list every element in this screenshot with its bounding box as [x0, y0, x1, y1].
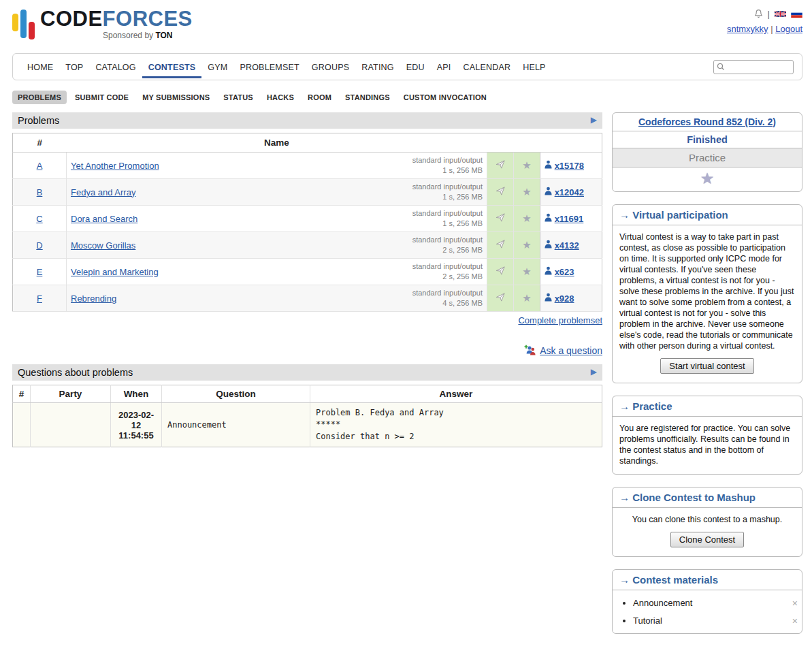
- tab-submit-code[interactable]: SUBMIT CODE: [69, 91, 134, 104]
- search-input[interactable]: [727, 61, 787, 72]
- username-link[interactable]: sntmxykky: [727, 24, 768, 34]
- table-row: 2023-02-12 11:54:55 Announcement Problem…: [13, 403, 602, 447]
- favorite-star-icon[interactable]: ★: [522, 292, 531, 304]
- tab-hacks[interactable]: HACKS: [261, 91, 299, 104]
- section-title: Questions about problems: [18, 367, 133, 378]
- bell-icon[interactable]: [754, 9, 763, 18]
- problems-section-header: Problems ▶: [12, 112, 602, 129]
- solved-count-link[interactable]: x15178: [555, 161, 584, 171]
- english-flag-icon[interactable]: [775, 10, 786, 18]
- close-icon[interactable]: ×: [792, 616, 798, 626]
- logout-link[interactable]: Logout: [775, 24, 802, 34]
- nav-item-api[interactable]: API: [431, 55, 457, 78]
- nav-item-groups[interactable]: GROUPS: [306, 55, 355, 78]
- favorite-star-icon[interactable]: ★: [522, 239, 531, 251]
- tab-custom-invocation[interactable]: CUSTOM INVOCATION: [398, 91, 492, 104]
- contest-materials-box: → Contest materials Announcement × Tutor…: [612, 569, 802, 634]
- solved-person-icon: [545, 240, 552, 251]
- problem-letter-link[interactable]: A: [37, 161, 43, 171]
- submit-plane-icon[interactable]: [495, 239, 506, 249]
- contest-status-label: Finished: [613, 131, 802, 148]
- sidebar-caption: → Virtual participation: [613, 205, 802, 225]
- problem-name-link[interactable]: Dora and Search: [71, 214, 137, 224]
- problem-name-link[interactable]: Moscow Gorillas: [71, 240, 135, 251]
- column-header: Party: [31, 385, 111, 403]
- table-row: E Velepin and Marketingstandard input/ou…: [13, 259, 602, 285]
- problems-table: # Name A Yet Another Promotionstandard i…: [12, 133, 602, 312]
- russian-flag-icon[interactable]: [791, 10, 802, 18]
- favorite-star-icon[interactable]: ★: [522, 186, 531, 197]
- question-index: [13, 403, 31, 447]
- main-navigation: HOME TOP CATALOG CONTESTS GYM PROBLEMSET…: [12, 53, 802, 80]
- solved-person-icon: [545, 293, 552, 304]
- favorite-star-icon[interactable]: ★: [522, 212, 531, 224]
- submit-plane-icon[interactable]: [495, 212, 506, 223]
- tab-room[interactable]: ROOM: [302, 91, 337, 104]
- tab-standings[interactable]: STANDINGS: [340, 91, 395, 104]
- problem-name-link[interactable]: Fedya and Array: [71, 187, 135, 197]
- problem-name-link[interactable]: Rebrending: [71, 293, 116, 304]
- submit-plane-icon[interactable]: [495, 159, 506, 170]
- nav-item-calendar[interactable]: CALENDAR: [457, 55, 517, 78]
- header-separator: |: [768, 9, 770, 19]
- nav-item-top[interactable]: TOP: [59, 55, 89, 78]
- favorite-star-icon[interactable]: ★: [522, 266, 531, 277]
- clone-contest-text: You can clone this contest to a mashup.: [632, 515, 783, 524]
- nav-item-rating[interactable]: RATING: [355, 55, 400, 78]
- nav-item-catalog[interactable]: CATALOG: [89, 55, 142, 78]
- contest-title-link[interactable]: Codeforces Round 852 (Div. 2): [638, 116, 776, 127]
- favorite-star-icon[interactable]: ★: [700, 170, 715, 187]
- solved-count-link[interactable]: x928: [555, 293, 574, 304]
- tab-status[interactable]: STATUS: [218, 91, 259, 104]
- logo-text: CODEFORCES: [40, 8, 193, 29]
- nav-item-home[interactable]: HOME: [21, 55, 59, 78]
- virtual-participation-text: Virtual contest is a way to take part in…: [619, 232, 794, 351]
- problem-letter-link[interactable]: D: [36, 240, 42, 251]
- codeforces-logo[interactable]: CODEFORCES Sponsored by TON: [12, 5, 193, 39]
- submit-plane-icon[interactable]: [495, 186, 506, 196]
- nav-item-contests[interactable]: CONTESTS: [142, 55, 202, 78]
- ask-question-link[interactable]: Ask a question: [540, 345, 602, 356]
- problem-io-limits: standard input/output4 s, 256 MB: [412, 288, 483, 308]
- problem-letter-link[interactable]: B: [37, 187, 43, 197]
- practice-box: → Practice You are registered for practi…: [612, 396, 802, 475]
- solved-count-link[interactable]: x11691: [555, 214, 584, 224]
- complete-problemset-link[interactable]: Complete problemset: [518, 315, 602, 325]
- submit-plane-icon[interactable]: [495, 266, 506, 276]
- tab-my-submissions[interactable]: MY SUBMISSIONS: [137, 91, 215, 104]
- material-link-announcement[interactable]: Announcement: [633, 598, 692, 608]
- column-header: Question: [162, 385, 310, 403]
- contest-mode-label: Practice: [613, 148, 802, 167]
- nav-item-help[interactable]: HELP: [517, 55, 551, 78]
- tab-problems[interactable]: PROBLEMS: [12, 91, 67, 104]
- sponsored-by-ton: Sponsored by TON: [103, 31, 193, 39]
- column-header-index: #: [13, 133, 67, 153]
- close-icon[interactable]: ×: [792, 598, 798, 608]
- question-party: [31, 403, 111, 447]
- problem-letter-link[interactable]: E: [37, 267, 43, 277]
- clone-contest-button[interactable]: Clone Contest: [670, 532, 744, 547]
- start-virtual-contest-button[interactable]: Start virtual contest: [660, 358, 753, 374]
- search-icon: [717, 63, 725, 71]
- material-link-tutorial[interactable]: Tutorial: [633, 616, 662, 626]
- problem-name-link[interactable]: Velepin and Marketing: [71, 267, 159, 277]
- favorite-star-icon[interactable]: ★: [522, 159, 531, 171]
- solved-count-link[interactable]: x623: [555, 267, 574, 277]
- nav-item-problemset[interactable]: PROBLEMSET: [233, 55, 305, 78]
- collapse-triangle-icon[interactable]: ▶: [591, 367, 597, 377]
- clone-contest-box: → Clone Contest to Mashup You can clone …: [612, 487, 802, 557]
- problem-letter-link[interactable]: F: [37, 293, 42, 304]
- contest-sub-navigation: PROBLEMS SUBMIT CODE MY SUBMISSIONS STAT…: [12, 91, 802, 104]
- table-row: D Moscow Gorillasstandard input/output2 …: [13, 232, 602, 259]
- question-text: Announcement: [162, 403, 310, 447]
- problem-letter-link[interactable]: C: [36, 214, 42, 224]
- nav-item-edu[interactable]: EDU: [400, 55, 431, 78]
- ask-question-icon: [524, 345, 536, 356]
- column-header-name: Name: [67, 133, 487, 153]
- collapse-triangle-icon[interactable]: ▶: [591, 115, 597, 125]
- nav-item-gym[interactable]: GYM: [201, 55, 233, 78]
- problem-name-link[interactable]: Yet Another Promotion: [71, 161, 159, 171]
- solved-count-link[interactable]: x4132: [555, 240, 579, 251]
- submit-plane-icon[interactable]: [495, 292, 506, 302]
- solved-count-link[interactable]: x12042: [555, 187, 584, 197]
